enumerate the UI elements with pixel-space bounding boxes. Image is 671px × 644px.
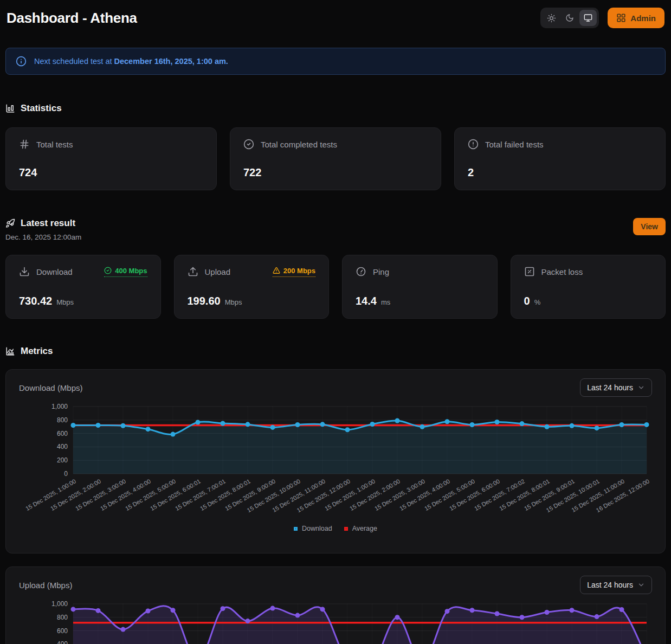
top-bar: Dashboard - Athena Admin <box>5 0 666 28</box>
svg-text:1,000: 1,000 <box>51 403 68 410</box>
info-icon <box>16 56 27 67</box>
card-label: Total failed tests <box>485 140 544 149</box>
ping-value: 14.4 <box>356 295 377 307</box>
legend-item-download[interactable]: Download <box>294 525 332 532</box>
download-value: 730.42 <box>19 295 52 307</box>
dashboard-page: Dashboard - Athena Admin <box>0 0 671 644</box>
download-unit: Mbps <box>56 298 74 306</box>
statistics-heading-label: Statistics <box>21 103 62 114</box>
legend-item-average[interactable]: Average <box>344 525 377 532</box>
download-threshold-badge[interactable]: 400 Mbps <box>104 267 147 277</box>
theme-dark-button[interactable] <box>561 10 578 26</box>
svg-text:600: 600 <box>57 430 68 437</box>
warning-triangle-icon <box>273 267 280 274</box>
percent-square-icon <box>524 266 535 277</box>
grid-icon <box>616 13 626 23</box>
latest-result-timestamp: Dec. 16, 2025 12:00am <box>5 233 81 241</box>
legend-label: Average <box>352 525 377 532</box>
view-button[interactable]: View <box>633 218 666 235</box>
metrics-heading-label: Metrics <box>21 346 53 357</box>
svg-text:1,000: 1,000 <box>51 600 68 608</box>
theme-light-button[interactable] <box>543 10 560 26</box>
check-circle-icon <box>243 139 254 150</box>
range-select-value: Last 24 hours <box>587 383 633 392</box>
metrics-heading: Metrics <box>5 346 666 357</box>
total-completed-tests-card: Total completed tests 722 <box>230 127 441 190</box>
download-range-select[interactable]: Last 24 hours <box>580 378 652 397</box>
total-tests-card: Total tests 724 <box>5 127 217 190</box>
latest-result-header: Latest result Dec. 16, 2025 12:00am View <box>5 218 666 241</box>
packet-loss-value: 0 <box>524 295 530 307</box>
card-label: Download <box>36 267 73 276</box>
card-label: Total completed tests <box>261 140 337 149</box>
packet-loss-unit: % <box>534 298 541 306</box>
upload-chart-title: Upload (Mbps) <box>19 581 72 590</box>
alert-circle-icon <box>468 139 479 150</box>
upload-card: Upload 200 Mbps 199.60 Mbps <box>174 255 330 319</box>
total-failed-tests-value: 2 <box>468 166 474 179</box>
metrics-chart-icon <box>5 346 15 356</box>
statistics-cards: Total tests 724 Total completed tests 72… <box>5 127 666 190</box>
badge-label: 400 Mbps <box>115 267 147 275</box>
svg-text:400: 400 <box>57 640 68 644</box>
svg-text:800: 800 <box>57 416 68 424</box>
upload-chart-card: Upload (Mbps) Last 24 hours 020040060080… <box>5 566 666 644</box>
chevron-down-icon <box>637 384 645 391</box>
legend-label: Download <box>302 525 332 532</box>
admin-button-label: Admin <box>630 14 656 23</box>
check-circle-icon <box>104 267 112 274</box>
rocket-icon <box>5 218 15 228</box>
svg-text:200: 200 <box>57 456 68 464</box>
monitor-icon <box>584 14 592 22</box>
packet-loss-card: Packet loss 0 % <box>511 255 666 319</box>
moon-icon <box>565 14 574 22</box>
total-tests-value: 724 <box>19 166 37 179</box>
upload-threshold-badge[interactable]: 200 Mbps <box>273 267 315 277</box>
card-label: Packet loss <box>541 267 583 276</box>
download-chart-title: Download (Mbps) <box>19 383 83 392</box>
upload-chart-svg: 02004006008001,00015 Dec 2025, 1:00:0015… <box>19 598 653 644</box>
upload-range-select[interactable]: Last 24 hours <box>580 576 652 594</box>
total-completed-tests-value: 722 <box>243 166 261 179</box>
svg-text:800: 800 <box>57 614 68 621</box>
download-chart-svg: 02004006008001,00015 Dec 2025, 1:00:0015… <box>19 401 653 521</box>
banner-text-plain: Next scheduled test at <box>34 57 112 66</box>
latest-result-cards: Download 400 Mbps 730.42 Mbps Upload 200 <box>5 255 666 319</box>
page-title: Dashboard - Athena <box>7 10 137 27</box>
card-label: Ping <box>373 267 389 276</box>
upload-unit: Mbps <box>225 298 242 306</box>
bar-chart-icon <box>5 104 15 113</box>
sun-icon <box>547 14 556 23</box>
svg-text:600: 600 <box>57 627 68 635</box>
gauge-icon <box>356 266 366 277</box>
top-bar-actions: Admin <box>540 8 664 28</box>
download-icon <box>19 266 30 277</box>
download-chart-legend: DownloadAverage <box>19 525 652 532</box>
banner-text-highlight: December 16th, 2025, 1:00 am. <box>114 57 228 66</box>
scheduled-test-banner: Next scheduled test at December 16th, 20… <box>5 48 666 75</box>
upload-value: 199.60 <box>188 295 221 307</box>
latest-result-heading: Latest result <box>5 218 81 229</box>
download-chart-card: Download (Mbps) Last 24 hours 0200400600… <box>5 369 666 553</box>
theme-system-button[interactable] <box>579 10 597 26</box>
card-label: Upload <box>205 267 231 276</box>
latest-result-heading-label: Latest result <box>21 218 75 229</box>
ping-unit: ms <box>381 298 390 306</box>
ping-card: Ping 14.4 ms <box>342 255 498 319</box>
statistics-heading: Statistics <box>5 103 666 114</box>
upload-icon <box>188 266 198 277</box>
upload-chart[interactable]: 02004006008001,00015 Dec 2025, 1:00:0015… <box>19 598 652 644</box>
admin-button[interactable]: Admin <box>608 8 664 28</box>
badge-label: 200 Mbps <box>283 267 315 275</box>
chevron-down-icon <box>637 581 645 589</box>
download-chart[interactable]: 02004006008001,00015 Dec 2025, 1:00:0015… <box>19 401 652 521</box>
range-select-value: Last 24 hours <box>587 581 633 589</box>
banner-text: Next scheduled test at December 16th, 20… <box>34 57 228 66</box>
theme-toggle <box>540 8 599 28</box>
total-failed-tests-card: Total failed tests 2 <box>454 127 666 190</box>
download-card: Download 400 Mbps 730.42 Mbps <box>5 255 161 319</box>
legend-key <box>344 527 348 531</box>
hash-icon <box>19 139 30 150</box>
svg-text:0: 0 <box>64 470 68 478</box>
legend-key <box>294 527 298 531</box>
